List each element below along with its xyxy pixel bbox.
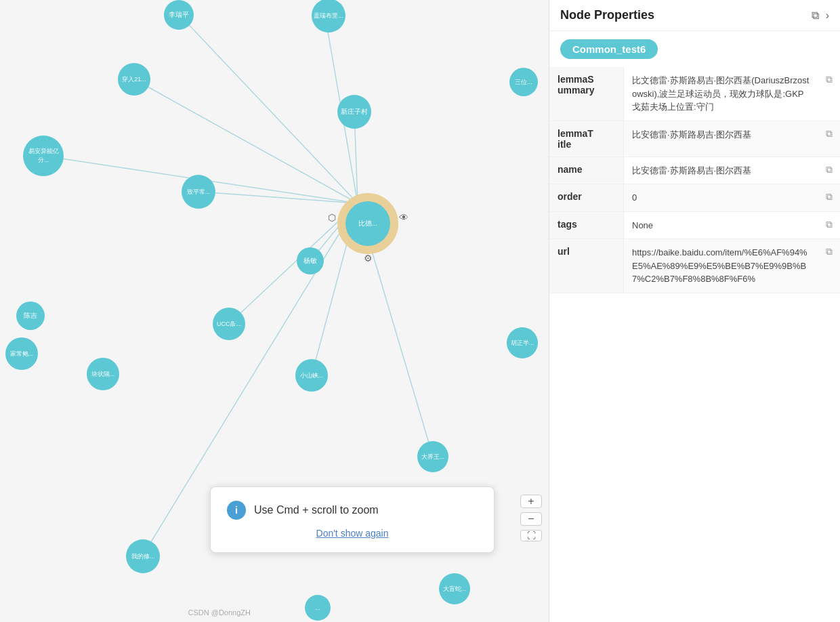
- property-value: None: [624, 212, 818, 239]
- fit-button[interactable]: ⛶: [520, 530, 542, 541]
- node-damang[interactable]: 大盲蛇...: [439, 573, 470, 604]
- panel-title: Node Properties: [560, 8, 654, 22]
- svg-line-2: [134, 79, 358, 203]
- node-zhiping[interactable]: 致平常...: [182, 175, 215, 209]
- node-action-link[interactable]: ⚙: [358, 249, 377, 268]
- node-xinzhuang[interactable]: 新庄子村: [337, 95, 371, 129]
- zoom-controls: + − ⛶: [520, 495, 542, 541]
- svg-line-0: [180, 15, 358, 203]
- center-node-label: 比德...: [345, 201, 390, 246]
- property-row: lemmaT itle比安德雷·苏斯路易吉·图尔西基⧉: [549, 121, 840, 157]
- property-value: 比安德雷·苏斯路易吉·图尔西基: [624, 157, 818, 184]
- dont-show-link[interactable]: Don't show again: [227, 528, 478, 539]
- tooltip-text: Use Cmd + scroll to zoom: [254, 504, 379, 516]
- zoom-in-button[interactable]: +: [520, 495, 542, 508]
- node-ucc[interactable]: UCC条...: [213, 308, 245, 340]
- node-properties-panel: Node Properties ⧉ › Common_test6 lemmaS …: [549, 0, 840, 622]
- property-key: tags: [549, 212, 624, 239]
- property-key: url: [549, 239, 624, 293]
- node-huzheng[interactable]: 胡正半...: [507, 327, 538, 358]
- node-action-copy[interactable]: ⬡: [322, 208, 341, 227]
- node-action-view[interactable]: 👁: [394, 208, 413, 227]
- property-row: name比安德雷·苏斯路易吉·图尔西基⧉: [549, 157, 840, 185]
- panel-copy-icon[interactable]: ⧉: [812, 9, 819, 22]
- node-chuanru[interactable]: 穿入21...: [118, 63, 150, 96]
- center-node[interactable]: 比德... ⬡ 👁 ⚙: [337, 193, 398, 254]
- graph-canvas[interactable]: 李瑞平 盖瑞布里... 穿入21... 三位... 新庄子村 易安异能亿分...…: [0, 0, 549, 622]
- node-chenji[interactable]: 陈吉: [16, 302, 45, 330]
- svg-line-5: [200, 192, 358, 203]
- panel-header: Node Properties ⧉ ›: [549, 0, 840, 31]
- property-value: 0: [624, 184, 818, 211]
- tooltip-content: i Use Cmd + scroll to zoom: [227, 501, 478, 520]
- node-lirui[interactable]: 李瑞平: [164, 0, 194, 30]
- node-yian[interactable]: 易安异能亿分...: [23, 136, 64, 176]
- panel-expand-icon[interactable]: ›: [826, 9, 829, 22]
- property-copy-button[interactable]: ⧉: [818, 239, 840, 293]
- panel-header-actions: ⧉ ›: [812, 9, 829, 22]
- node-kuaizhuang[interactable]: 块状隔...: [87, 358, 119, 390]
- property-value: 比文德雷·苏斯路易吉·图尔西基(DariuszBrzostowski),波兰足球…: [624, 67, 818, 121]
- property-copy-button[interactable]: ⧉: [818, 121, 840, 157]
- property-copy-button[interactable]: ⧉: [818, 67, 840, 121]
- node-sanwei[interactable]: 三位...: [509, 68, 538, 96]
- watermark: CSDN @DonngZH: [188, 608, 251, 617]
- node-gaiyerui[interactable]: 盖瑞布里...: [312, 0, 345, 33]
- node-misc[interactable]: ...: [305, 595, 331, 621]
- property-row: tagsNone⧉: [549, 212, 840, 240]
- info-icon: i: [227, 501, 246, 520]
- property-value: https://baike.baidu.com/item/%E6%AF%94%E…: [624, 239, 818, 293]
- property-row: urlhttps://baike.baidu.com/item/%E6%AF%9…: [549, 239, 840, 293]
- node-yangmin[interactable]: 杨敏: [297, 247, 324, 274]
- property-key: order: [549, 184, 624, 211]
- property-copy-button[interactable]: ⧉: [818, 184, 840, 211]
- node-jiachang[interactable]: 家常鲍...: [5, 337, 38, 370]
- property-copy-button[interactable]: ⧉: [818, 157, 840, 184]
- node-wodexiu[interactable]: 我的修...: [126, 539, 160, 573]
- zoom-out-button[interactable]: −: [520, 512, 542, 526]
- node-dajiewang[interactable]: 大界王...: [417, 441, 448, 472]
- node-tag-badge[interactable]: Common_test6: [560, 39, 658, 59]
- property-row: order0⧉: [549, 184, 840, 212]
- property-value: 比安德雷·苏斯路易吉·图尔西基: [624, 121, 818, 157]
- property-key: name: [549, 157, 624, 184]
- property-row: lemmaS ummary比文德雷·苏斯路易吉·图尔西基(DariuszBrzo…: [549, 67, 840, 121]
- property-key: lemmaS ummary: [549, 67, 624, 121]
- property-key: lemmaT itle: [549, 121, 624, 157]
- properties-list: lemmaS ummary比文德雷·苏斯路易吉·图尔西基(DariuszBrzo…: [549, 67, 840, 293]
- zoom-tooltip: i Use Cmd + scroll to zoom Don't show ag…: [210, 486, 495, 553]
- property-copy-button[interactable]: ⧉: [818, 212, 840, 239]
- node-xiaoshan[interactable]: 小山峡...: [295, 359, 328, 392]
